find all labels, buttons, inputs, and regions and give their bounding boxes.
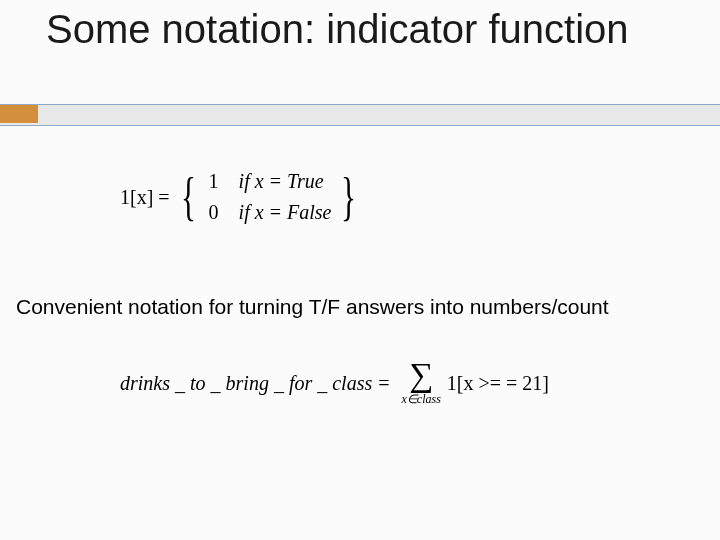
equals-sign: = bbox=[378, 372, 389, 395]
case-condition: if x = False bbox=[239, 201, 332, 224]
eq1-cases: { 1 if x = True 0 if x = False } bbox=[176, 170, 361, 224]
left-brace-icon: { bbox=[181, 177, 196, 217]
eq1-lhs: 1[x] = bbox=[120, 186, 170, 209]
eq2-rhs: 1[x >= = 21] bbox=[447, 372, 549, 395]
title-divider bbox=[0, 104, 720, 126]
right-brace-icon: } bbox=[340, 177, 355, 217]
sigma-subscript: x∈class bbox=[402, 392, 441, 407]
slide: { "title": "Some notation: indicator fun… bbox=[0, 0, 720, 540]
sigma-icon: ∑ bbox=[409, 360, 433, 390]
drinks-equation: drinks _ to _ bring _ for _ class = ∑ x∈… bbox=[120, 360, 549, 407]
eq2-lhs: drinks _ to _ bring _ for _ class bbox=[120, 372, 372, 395]
case-value: 0 bbox=[205, 201, 223, 224]
case-row: 0 if x = False bbox=[205, 201, 332, 224]
slide-title: Some notation: indicator function bbox=[46, 6, 686, 52]
case-condition: if x = True bbox=[239, 170, 324, 193]
body-text: Convenient notation for turning T/F answ… bbox=[16, 295, 609, 319]
case-value: 1 bbox=[205, 170, 223, 193]
accent-bar bbox=[0, 105, 38, 123]
indicator-definition: 1[x] = { 1 if x = True 0 if x = False } bbox=[120, 170, 380, 224]
case-row: 1 if x = True bbox=[205, 170, 332, 193]
summation: ∑ x∈class bbox=[402, 360, 441, 407]
